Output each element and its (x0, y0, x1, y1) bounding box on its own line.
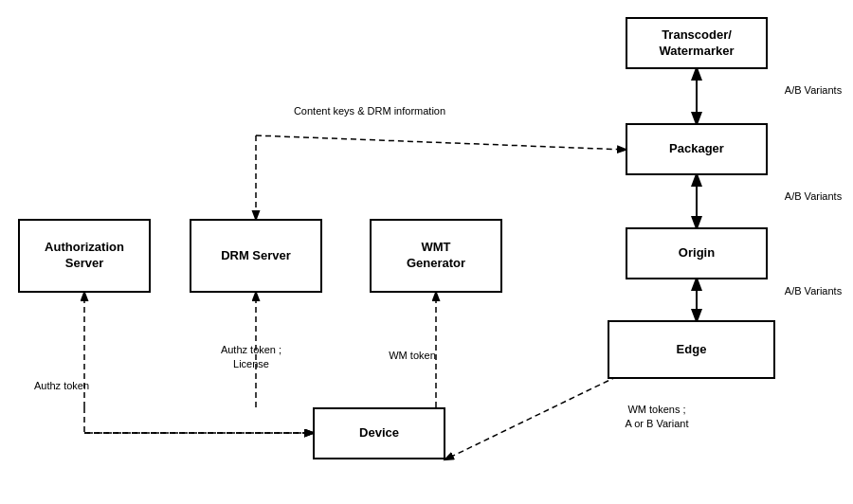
authz-token-license-label: Authz token ;License (180, 343, 322, 372)
ab-variants-label-1: A/B Variants (775, 83, 851, 98)
wm-tokens-label: WM tokens ;A or B Variant (595, 403, 718, 432)
content-keys-label: Content keys & DRM information (209, 104, 531, 118)
transcoder-box: Transcoder/ Watermarker (626, 17, 768, 69)
auth-server-box: AuthorizationServer (18, 219, 151, 293)
wmt-generator-box: WMTGenerator (370, 219, 502, 293)
authz-token-label: Authz token (9, 379, 114, 393)
diagram: Transcoder/ Watermarker Packager Origin … (0, 0, 853, 504)
origin-box: Origin (626, 227, 768, 279)
packager-box: Packager (626, 123, 768, 175)
edge-box: Edge (608, 320, 775, 379)
svg-line-3 (256, 135, 626, 150)
ab-variants-label-3: A/B Variants (775, 284, 851, 298)
wm-token-label: WM token (365, 349, 460, 363)
device-box: Device (313, 407, 445, 459)
ab-variants-label-2: A/B Variants (775, 189, 851, 204)
drm-server-box: DRM Server (190, 219, 322, 293)
